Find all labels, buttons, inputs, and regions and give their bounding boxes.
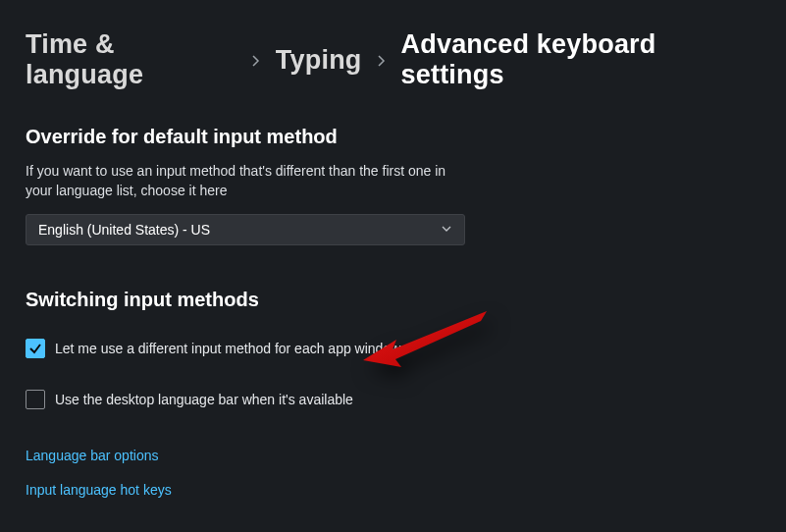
- chevron-right-icon: [250, 47, 262, 73]
- breadcrumb-typing[interactable]: Typing: [276, 45, 362, 76]
- checkbox-row-per-app: Let me use a different input method for …: [26, 339, 760, 358]
- section-title-switching: Switching input methods: [26, 289, 760, 311]
- breadcrumb-time-language[interactable]: Time & language: [26, 29, 236, 90]
- checkbox-row-language-bar: Use the desktop language bar when it's a…: [26, 390, 760, 409]
- checkbox-per-app-input[interactable]: [26, 339, 45, 358]
- link-input-language-hotkeys[interactable]: Input language hot keys: [26, 482, 172, 498]
- chevron-down-icon: [441, 222, 452, 238]
- input-method-dropdown[interactable]: English (United States) - US: [26, 214, 465, 245]
- link-language-bar-options[interactable]: Language bar options: [26, 448, 158, 463]
- checkbox-label: Let me use a different input method for …: [55, 341, 400, 356]
- override-description: If you want to use an input method that'…: [26, 162, 457, 200]
- chevron-right-icon: [376, 47, 388, 73]
- breadcrumb: Time & language Typing Advanced keyboard…: [26, 29, 760, 90]
- checkbox-label: Use the desktop language bar when it's a…: [55, 392, 353, 407]
- section-title-override: Override for default input method: [26, 126, 760, 148]
- dropdown-value: English (United States) - US: [38, 222, 210, 238]
- breadcrumb-current: Advanced keyboard settings: [401, 29, 760, 90]
- checkbox-desktop-language-bar[interactable]: [26, 390, 45, 409]
